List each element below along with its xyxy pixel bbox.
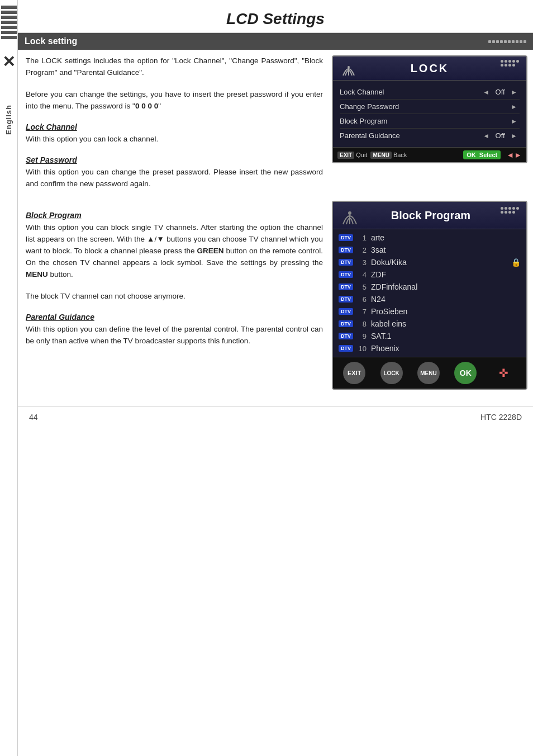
lock-section-title: Lock setting <box>25 36 77 46</box>
lock-menu-row-2[interactable]: Block Program ► <box>340 114 520 129</box>
lock-panel: LOCK Lock Channel ◄ Off ► Ch <box>332 55 527 163</box>
bp-corner-dots <box>501 207 521 224</box>
bp-panel-title: Block Program <box>361 209 501 222</box>
lock-menu-items: Lock Channel ◄ Off ► Change Password ► B… <box>333 81 526 147</box>
page-footer: 44 HTC 2228D <box>18 407 533 427</box>
exit-button[interactable]: EXIT Quit <box>337 152 367 159</box>
bp-exit-button[interactable]: EXIT <box>343 362 365 384</box>
block-text-column: Block Program With this option you can b… <box>26 201 332 390</box>
block-program-panel: Block Program DTV 1 arte DTV <box>332 201 527 390</box>
set-password-desc: With this option you can change the pres… <box>26 167 323 190</box>
lock-menu-row-0[interactable]: Lock Channel ◄ Off ► <box>340 85 520 100</box>
lock-text-column: The LOCK settings includes the option fo… <box>26 55 332 190</box>
lock-panel-header: LOCK <box>333 56 526 81</box>
bp-nav-arrows-icon: ✜ <box>499 366 508 380</box>
block-program-title: Block Program <box>26 211 323 220</box>
svg-point-3 <box>348 211 351 215</box>
parental-guidance-title: Parental Guidance <box>26 313 323 322</box>
parental-guidance-desc: With this option you can define the leve… <box>26 324 323 347</box>
svg-point-1 <box>348 66 350 68</box>
page-title: LCD Settings <box>18 0 533 33</box>
header-decoration <box>488 40 526 43</box>
model-number: HTC 2228D <box>480 413 522 422</box>
lock-before-text: Before you can change the settings, you … <box>26 89 323 112</box>
block-program-ui-column: Block Program DTV 1 arte DTV <box>332 201 527 390</box>
channel-row-7[interactable]: DTV 8 kabel eins <box>336 318 523 330</box>
bp-antenna-icon <box>339 205 361 225</box>
ok-select-button[interactable]: OK Select <box>463 150 501 159</box>
page-number: 44 <box>29 413 38 422</box>
main-content: LCD Settings Lock setting The LOCK setti… <box>18 0 533 450</box>
bp-lock-button[interactable]: LOCK <box>380 362 403 384</box>
bp-panel-header: Block Program <box>333 202 526 229</box>
set-password-title: Set Password <box>26 155 323 164</box>
menu-back-button[interactable]: MENU Back <box>370 152 407 159</box>
channel-row-6[interactable]: DTV 7 ProSieben <box>336 305 523 318</box>
lock-panel-corner-dots <box>501 60 521 77</box>
bp-panel-footer: EXIT LOCK MENU OK ✜ <box>333 357 526 389</box>
channel-row-1[interactable]: DTV 2 3sat <box>336 244 523 256</box>
block-program-desc: With this option you can block single TV… <box>26 222 323 281</box>
channel-row-5[interactable]: DTV 6 N24 <box>336 293 523 305</box>
bp-menu-button[interactable]: MENU <box>417 362 440 384</box>
lock-menu-row-3[interactable]: Parental Guidance ◄ Off ► <box>340 129 520 143</box>
nav-arrows-icon: ◄► <box>506 150 522 159</box>
lock-channel-desc: With this option you can lock a channel. <box>26 134 323 145</box>
channel-lock-icon: 🔒 <box>511 258 521 267</box>
lock-menu-row-1[interactable]: Change Password ► <box>340 100 520 114</box>
sidebar: ✕ English <box>0 0 18 756</box>
channel-row-2[interactable]: DTV 3 Doku/Kika 🔒 <box>336 256 523 268</box>
bp-ok-button[interactable]: OK <box>454 362 477 384</box>
lock-content-area: The LOCK settings includes the option fo… <box>18 50 533 195</box>
lock-channel-title: Lock Channel <box>26 122 323 131</box>
bp-nav-control[interactable]: ✜ <box>492 361 516 385</box>
lock-section-header: Lock setting <box>18 33 533 50</box>
channel-row-4[interactable]: DTV 5 ZDFinfokanal <box>336 281 523 293</box>
sidebar-language-label: English <box>4 105 13 135</box>
sidebar-x-icon: ✕ <box>2 53 15 71</box>
sidebar-stripes <box>1 6 17 50</box>
channel-row-9[interactable]: DTV 10 Phoenix <box>336 342 523 355</box>
block-program-section: Block Program With this option you can b… <box>18 195 533 395</box>
lock-intro: The LOCK settings includes the option fo… <box>26 55 323 79</box>
bp-channel-list: DTV 1 arte DTV 2 3sat DTV 3 Doku/Kika 🔒 <box>333 229 526 357</box>
channel-row-0[interactable]: DTV 1 arte <box>336 231 523 244</box>
block-program-desc2: The block TV channel can not choose anym… <box>26 291 323 303</box>
antenna-icon <box>339 60 359 77</box>
lock-ui-column: LOCK Lock Channel ◄ Off ► Ch <box>332 55 527 190</box>
lock-panel-footer: EXIT Quit MENU Back OK Select ◄► <box>333 147 526 162</box>
channel-row-3[interactable]: DTV 4 ZDF <box>336 268 523 281</box>
channel-row-8[interactable]: DTV 9 SAT.1 <box>336 330 523 342</box>
lock-panel-title: LOCK <box>359 62 501 75</box>
